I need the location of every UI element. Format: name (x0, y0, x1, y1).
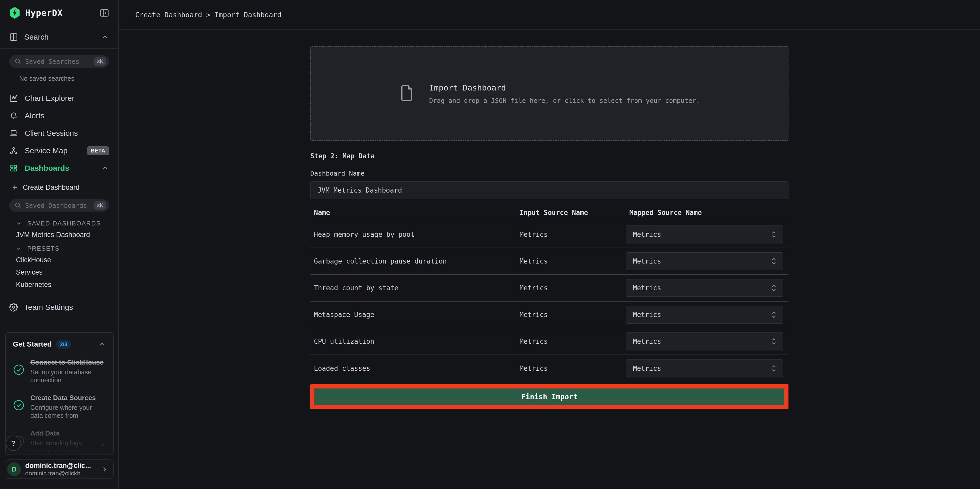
row-name: Metaspace Usage (310, 311, 516, 319)
mapping-table: Name Input Source Name Mapped Source Nam… (310, 204, 789, 382)
saved-dashboards-section-toggle[interactable]: SAVED DASHBOARDS (16, 218, 109, 229)
get-started-item-add-data[interactable]: Add Data Start sending logs, metrics, or… (13, 429, 106, 455)
sidebar-item-client-sessions[interactable]: Client Sessions (0, 124, 118, 142)
breadcrumb-separator: > (206, 11, 210, 19)
row-name: Garbage collection pause duration (310, 257, 516, 265)
plus-icon: + (12, 183, 17, 192)
row-input-source: Metrics (516, 284, 626, 292)
sidebar-section-search[interactable]: Search (0, 26, 118, 48)
sidebar-item-jvm-metrics-dashboard[interactable]: JVM Metrics Dashboard (0, 229, 118, 241)
dropzone-title: Import Dashboard (429, 83, 700, 92)
get-started-header[interactable]: Get Started 2/3 (13, 340, 106, 349)
select-chevrons-icon (770, 284, 777, 292)
row-input-source: Metrics (516, 338, 626, 345)
user-section: D dominic.tran@clic... dominic.tran@clic… (0, 457, 118, 479)
saved-searches-input[interactable]: Saved Searches ⌘K (9, 55, 109, 68)
chevron-up-icon[interactable] (101, 164, 109, 172)
shortcut-badge: ⌘K (94, 201, 106, 210)
finish-import-button[interactable]: Finish Import (314, 389, 784, 405)
mapped-source-select[interactable]: Metrics (626, 306, 783, 324)
select-chevrons-icon (770, 230, 777, 239)
chevron-down-icon (16, 245, 22, 252)
get-started-item-sources[interactable]: Create Data Sources Configure where your… (13, 393, 106, 420)
saved-searches-placeholder: Saved Searches (25, 58, 91, 65)
select-chevrons-icon (770, 337, 777, 346)
row-input-source: Metrics (516, 231, 626, 238)
row-input-source: Metrics (516, 311, 626, 319)
breadcrumb: Create Dashboard > Import Dashboard (135, 11, 281, 19)
chevron-right-icon (101, 465, 108, 473)
mapped-source-select[interactable]: Metrics (626, 359, 783, 378)
team-settings-label: Team Settings (24, 303, 73, 312)
sidebar-item-label: Service Map (25, 146, 81, 155)
chevron-down-icon (16, 220, 22, 227)
dashboard-name-input[interactable] (310, 181, 789, 199)
bell-icon (9, 111, 18, 120)
get-started-item-title: Connect to ClickHouse (30, 358, 106, 366)
mapped-source-select[interactable]: Metrics (626, 252, 783, 270)
table-row: Heap memory usage by pool Metrics Metric… (310, 221, 789, 248)
presets-section-toggle[interactable]: PRESETS (16, 244, 109, 254)
selected-value: Metrics (633, 311, 770, 319)
click-highlight-box: Finish Import (310, 384, 789, 409)
saved-dashboards-input[interactable]: Saved Dashboards ⌘K (9, 199, 109, 212)
file-dropzone[interactable]: Import Dashboard Drag and drop a JSON fi… (310, 46, 789, 141)
search-section-label: Search (24, 33, 95, 41)
sidebar-item-service-map[interactable]: Service Map BETA (0, 142, 118, 159)
get-started-item-desc: Set up your database connection (30, 368, 106, 384)
get-started-item-title: Create Data Sources (30, 393, 106, 402)
chart-explorer-icon (9, 94, 18, 103)
saved-dashboards-header: SAVED DASHBOARDS (27, 220, 101, 227)
user-email: dominic.tran@clickh... (25, 470, 97, 477)
search-icon (14, 202, 22, 209)
avatar: D (7, 462, 21, 476)
topbar: Create Dashboard > Import Dashboard (119, 0, 980, 30)
sidebar-item-label: Client Sessions (25, 129, 109, 137)
mapped-source-select[interactable]: Metrics (626, 279, 783, 297)
sidebar-collapse-button[interactable] (99, 8, 110, 18)
no-saved-searches-text: No saved searches (19, 75, 118, 82)
user-name: dominic.tran@clic... (25, 462, 97, 470)
import-dashboard-panel: Import Dashboard Drag and drop a JSON fi… (310, 46, 789, 409)
sidebar-item-label: Alerts (25, 111, 109, 120)
selected-value: Metrics (633, 257, 770, 265)
service-map-icon (9, 146, 18, 155)
column-header-input-source: Input Source Name (516, 209, 626, 217)
select-chevrons-icon (770, 310, 777, 319)
breadcrumb-create-dashboard[interactable]: Create Dashboard (135, 11, 202, 19)
chevron-up-icon[interactable] (98, 341, 106, 348)
sidebar-nav: Chart Explorer Alerts Client Sessions Se… (0, 89, 118, 177)
sidebar-item-chart-explorer[interactable]: Chart Explorer (0, 89, 118, 107)
column-header-name: Name (310, 209, 516, 217)
breadcrumb-import-dashboard: Import Dashboard (215, 11, 281, 19)
row-input-source: Metrics (516, 257, 626, 265)
help-button[interactable]: ? (6, 435, 21, 451)
mapped-source-select[interactable]: Metrics (626, 226, 783, 244)
sidebar-item-label: Dashboards (25, 164, 95, 172)
divider (0, 48, 118, 49)
sidebar-item-services[interactable]: Services (0, 266, 118, 279)
beta-badge: BETA (87, 146, 109, 155)
chevron-up-icon[interactable] (101, 33, 109, 41)
select-chevrons-icon (770, 364, 777, 373)
selected-value: Metrics (633, 284, 770, 292)
sidebar-item-dashboards[interactable]: Dashboards (0, 159, 118, 177)
create-dashboard-button[interactable]: + Create Dashboard (0, 177, 118, 198)
shortcut-badge: ⌘K (94, 57, 106, 66)
get-started-item-connect[interactable]: Connect to ClickHouse Set up your databa… (13, 358, 106, 384)
user-menu-button[interactable]: D dominic.tran@clic... dominic.tran@clic… (5, 459, 114, 479)
column-header-mapped-source: Mapped Source Name (626, 209, 789, 217)
sidebar-item-kubernetes[interactable]: Kubernetes (0, 279, 118, 291)
sidebar-item-alerts[interactable]: Alerts (0, 107, 118, 124)
table-row: Loaded classes Metrics Metrics (310, 355, 789, 382)
mapped-source-select[interactable]: Metrics (626, 333, 783, 350)
sidebar-item-team-settings[interactable]: Team Settings (0, 299, 118, 315)
select-chevrons-icon (770, 257, 777, 266)
table-row: Metaspace Usage Metrics Metrics (310, 301, 789, 328)
row-name: Loaded classes (310, 365, 516, 372)
sidebar-item-clickhouse[interactable]: ClickHouse (0, 254, 118, 266)
sidebar-item-label: Chart Explorer (25, 94, 109, 103)
search-section-icon (9, 33, 18, 41)
hyperdx-logo-icon (9, 6, 21, 19)
laptop-icon (9, 129, 18, 137)
